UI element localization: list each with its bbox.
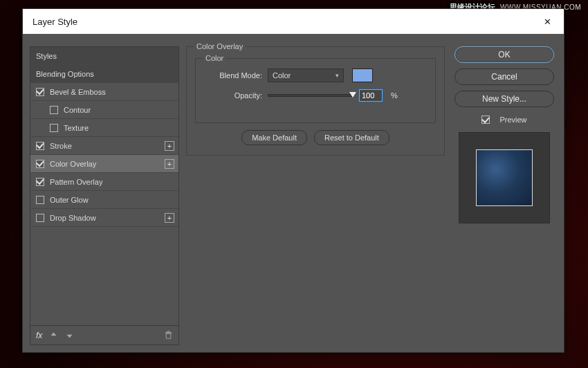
dialog-title: Layer Style [33,17,77,27]
arrow-up-icon[interactable] [49,331,58,340]
opacity-label: Opacity: [204,91,262,100]
styles-panel: Styles Blending Options Bevel & Emboss C… [30,46,179,345]
trash-icon[interactable] [164,331,173,340]
style-label: Outer Glow [50,196,89,204]
style-contour[interactable]: Contour [30,101,178,119]
color-legend: Color [203,54,226,62]
style-label: Drop Shadow [50,214,96,222]
styles-list: Styles Blending Options Bevel & Emboss C… [30,46,179,326]
color-overlay-group: Color Overlay Color Blend Mode: Color ▾ … [186,46,445,156]
opacity-row: Opacity: % [204,89,427,102]
default-buttons: Make Default Reset to Default [195,130,436,145]
cancel-button[interactable]: Cancel [454,68,554,85]
checkbox-icon[interactable] [481,116,490,124]
blend-mode-row: Blend Mode: Color ▾ [204,68,427,82]
blending-options[interactable]: Blending Options [30,65,178,83]
chevron-down-icon: ▾ [336,72,339,79]
opacity-input[interactable] [359,89,383,102]
opacity-unit: % [391,91,398,100]
make-default-button[interactable]: Make Default [241,130,307,145]
color-group: Color Blend Mode: Color ▾ Opacity: [195,58,436,123]
checkbox-icon[interactable] [50,124,58,132]
plus-icon[interactable]: + [165,213,174,223]
style-label: Pattern Overlay [50,178,102,186]
style-drop-shadow[interactable]: Drop Shadow + [30,209,178,227]
blend-mode-select[interactable]: Color ▾ [268,68,344,82]
style-bevel-emboss[interactable]: Bevel & Emboss [30,83,178,101]
style-outer-glow[interactable]: Outer Glow [30,191,178,209]
close-icon[interactable]: ✕ [538,14,557,30]
plus-icon[interactable]: + [165,159,174,169]
checkbox-icon[interactable] [36,160,44,168]
ok-button[interactable]: OK [454,46,554,63]
style-color-overlay[interactable]: Color Overlay + [30,155,178,173]
preview-box [459,132,550,223]
layer-style-dialog: Layer Style ✕ Styles Blending Options Be… [22,8,564,353]
plus-icon[interactable]: + [165,141,174,151]
style-label: Stroke [50,142,72,150]
checkbox-icon[interactable] [36,178,44,186]
dialog-body: Styles Blending Options Bevel & Emboss C… [23,34,564,352]
options-panel: Color Overlay Color Blend Mode: Color ▾ … [186,34,445,345]
group-legend: Color Overlay [194,42,246,50]
styles-footer: fx [30,326,179,345]
style-label: Bevel & Emboss [50,88,106,96]
checkbox-icon[interactable] [36,214,44,222]
new-style-button[interactable]: New Style... [454,91,554,107]
checkbox-icon[interactable] [36,88,44,96]
checkbox-icon[interactable] [36,142,44,150]
style-stroke[interactable]: Stroke + [30,137,178,155]
preview-toggle[interactable]: Preview [481,116,526,124]
blend-mode-label: Blend Mode: [204,71,262,80]
preview-label: Preview [499,116,526,124]
style-pattern-overlay[interactable]: Pattern Overlay [30,173,178,191]
style-label: Texture [64,124,89,132]
preview-thumbnail [476,149,533,206]
style-label: Color Overlay [50,160,96,168]
reset-default-button[interactable]: Reset to Default [314,130,389,145]
actions-panel: OK Cancel New Style... Preview [452,34,557,345]
style-texture[interactable]: Texture [30,119,178,137]
style-label: Contour [64,106,91,114]
blending-options-label: Blending Options [36,70,94,78]
slider-thumb-icon[interactable] [349,92,356,98]
arrow-down-icon[interactable] [65,331,74,340]
titlebar[interactable]: Layer Style ✕ [23,9,564,34]
checkbox-icon[interactable] [36,196,44,204]
styles-header-label: Styles [36,52,57,60]
opacity-slider[interactable] [268,94,353,97]
checkbox-icon[interactable] [50,106,58,114]
blend-mode-value: Color [273,71,291,80]
styles-header[interactable]: Styles [30,47,178,65]
fx-icon[interactable]: fx [36,331,42,340]
color-swatch[interactable] [352,68,373,82]
